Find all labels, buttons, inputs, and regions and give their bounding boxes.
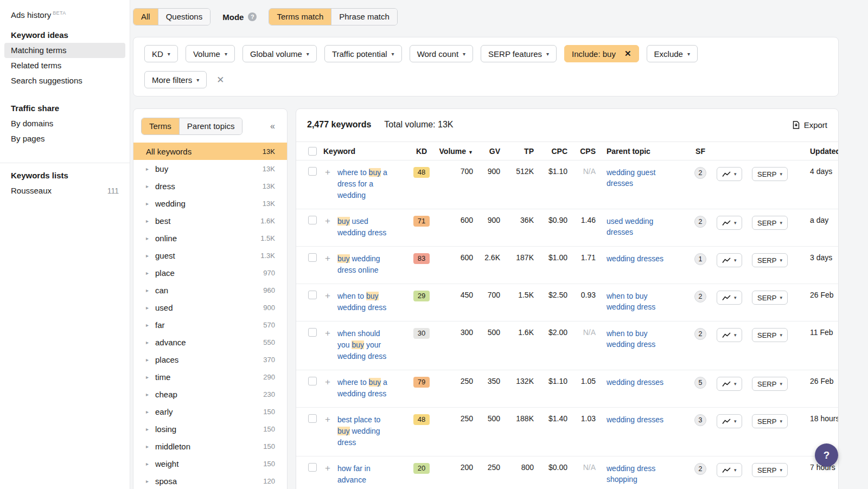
terms-list-item-online[interactable]: ▸online1.5K <box>133 229 287 247</box>
keyword-link[interactable]: buy wedding dress online <box>337 253 392 276</box>
sidebar-item-by-domains[interactable]: By domains <box>4 116 125 131</box>
terms-list-item-dress[interactable]: ▸dress13K <box>133 177 287 195</box>
add-keyword-icon[interactable]: + <box>323 291 332 301</box>
add-keyword-icon[interactable]: + <box>323 328 332 338</box>
row-checkbox[interactable] <box>308 463 317 472</box>
row-checkbox[interactable] <box>308 167 317 176</box>
serp-button[interactable]: SERP▾ <box>752 377 788 391</box>
chevron-right-icon[interactable]: ▸ <box>146 287 150 293</box>
select-all-checkbox[interactable] <box>308 147 317 156</box>
filter-serp-features-dropdown[interactable]: SERP features ▾ <box>481 45 557 62</box>
chevron-right-icon[interactable]: ▸ <box>146 339 150 345</box>
filter-include-chip[interactable]: Include: buy ✕ <box>564 45 639 62</box>
terms-list-item-far[interactable]: ▸far570 <box>133 316 287 333</box>
terms-list-item-losing[interactable]: ▸losing150 <box>133 420 287 437</box>
chevron-right-icon[interactable]: ▸ <box>146 426 150 432</box>
row-checkbox[interactable] <box>308 253 317 262</box>
parent-topic-link[interactable]: wedding dresses <box>607 414 663 425</box>
filter-exclude-dropdown[interactable]: Exclude ▾ <box>647 45 698 62</box>
terms-list-item-buy[interactable]: ▸buy13K <box>133 160 287 177</box>
chevron-right-icon[interactable]: ▸ <box>146 322 150 328</box>
clear-filters-icon[interactable]: ✕ <box>216 74 224 86</box>
chevron-right-icon[interactable]: ▸ <box>146 374 150 380</box>
terms-list-item-wedding[interactable]: ▸wedding13K <box>133 195 287 212</box>
sidebar-item-ads-history[interactable]: Ads historyBETA <box>4 5 125 21</box>
column-header-volume[interactable]: Volume▼ <box>433 147 478 156</box>
column-header-keyword[interactable]: Keyword <box>319 147 410 156</box>
column-header-gv[interactable]: GV <box>478 147 506 156</box>
terms-list-item-places[interactable]: ▸places370 <box>133 351 287 368</box>
keyword-link[interactable]: where to buy a dress for a wedding <box>337 167 392 201</box>
parent-topic-link[interactable]: wedding dresses <box>607 377 663 388</box>
row-checkbox[interactable] <box>308 414 317 423</box>
serp-button[interactable]: SERP▾ <box>752 291 788 305</box>
parent-topic-link[interactable]: wedding dress shopping <box>607 463 671 485</box>
terms-list-item-early[interactable]: ▸early150 <box>133 403 287 420</box>
position-history-button[interactable]: ▾ <box>717 377 742 391</box>
terms-list-item-sposa[interactable]: ▸sposa120 <box>133 472 287 489</box>
terms-list-item-middleton[interactable]: ▸middleton150 <box>133 437 287 455</box>
tab-terms[interactable]: Terms <box>142 118 179 134</box>
parent-topic-link[interactable]: wedding dresses <box>607 253 663 264</box>
keyword-link[interactable]: best place to buy wedding dress <box>337 414 392 448</box>
parent-topic-link[interactable]: used wedding dresses <box>607 216 671 237</box>
tab-phrase-match[interactable]: Phrase match <box>331 9 397 25</box>
chevron-right-icon[interactable]: ▸ <box>146 357 150 363</box>
sidebar-item-search-suggestions[interactable]: Search suggestions <box>4 73 125 88</box>
column-header-updated[interactable]: Updated <box>802 147 839 156</box>
chevron-right-icon[interactable]: ▸ <box>146 201 150 207</box>
filter-global-volume-dropdown[interactable]: Global volume ▾ <box>242 45 317 62</box>
filter-kd-dropdown[interactable]: KD ▾ <box>144 45 178 62</box>
filter-volume-dropdown[interactable]: Volume ▾ <box>186 45 235 62</box>
export-button[interactable]: Export <box>793 120 827 130</box>
chevron-right-icon[interactable]: ▸ <box>146 218 150 224</box>
chevron-right-icon[interactable]: ▸ <box>146 183 150 189</box>
serp-button[interactable]: SERP▾ <box>752 216 788 230</box>
position-history-button[interactable]: ▾ <box>717 253 742 267</box>
chevron-right-icon[interactable]: ▸ <box>146 391 150 397</box>
column-header-parent-topic[interactable]: Parent topic <box>601 147 688 156</box>
row-checkbox[interactable] <box>308 216 317 224</box>
add-keyword-icon[interactable]: + <box>323 377 332 387</box>
help-button[interactable]: ? <box>815 443 838 467</box>
chevron-right-icon[interactable]: ▸ <box>146 305 150 311</box>
add-keyword-icon[interactable]: + <box>323 216 332 226</box>
sidebar-item-related-terms[interactable]: Related terms <box>4 58 125 73</box>
keyword-link[interactable]: where to buy a wedding dress <box>337 377 392 400</box>
column-header-tp[interactable]: TP <box>506 147 539 156</box>
chevron-right-icon[interactable]: ▸ <box>146 270 150 276</box>
add-keyword-icon[interactable]: + <box>323 414 332 424</box>
add-keyword-icon[interactable]: + <box>323 463 332 473</box>
sidebar-item-matching-terms[interactable]: Matching terms <box>4 43 125 58</box>
terms-list-item-used[interactable]: ▸used900 <box>133 299 287 316</box>
keyword-link[interactable]: when should you buy your wedding dress <box>337 328 392 362</box>
add-keyword-icon[interactable]: + <box>323 167 332 177</box>
terms-list-item-cheap[interactable]: ▸cheap230 <box>133 385 287 403</box>
filter-traffic-potential-dropdown[interactable]: Traffic potential ▾ <box>324 45 402 62</box>
chevron-right-icon[interactable]: ▸ <box>146 253 150 259</box>
position-history-button[interactable]: ▾ <box>717 463 742 477</box>
tab-terms-match[interactable]: Terms match <box>269 9 331 25</box>
terms-list-item-time[interactable]: ▸time290 <box>133 368 287 385</box>
column-header-sf[interactable]: SF <box>688 147 713 156</box>
tab-questions[interactable]: Questions <box>158 9 210 25</box>
column-header-cps[interactable]: CPS <box>573 147 601 156</box>
keyword-link[interactable]: how far in advance <box>337 463 392 486</box>
chevron-right-icon[interactable]: ▸ <box>146 235 150 241</box>
row-checkbox[interactable] <box>308 328 317 337</box>
serp-button[interactable]: SERP▾ <box>752 167 788 181</box>
serp-button[interactable]: SERP▾ <box>752 328 788 342</box>
column-header-kd[interactable]: KD <box>410 147 433 156</box>
chevron-right-icon[interactable]: ▸ <box>146 409 150 415</box>
row-checkbox[interactable] <box>308 377 317 385</box>
sidebar-item-rousseaux[interactable]: Rousseaux 111 <box>4 183 125 198</box>
parent-topic-link[interactable]: when to buy wedding dress <box>607 328 671 350</box>
position-history-button[interactable]: ▾ <box>717 167 742 181</box>
tab-parent-topics[interactable]: Parent topics <box>179 118 242 134</box>
terms-list-item-weight[interactable]: ▸weight150 <box>133 455 287 472</box>
terms-list-item-best[interactable]: ▸best1.6K <box>133 212 287 229</box>
terms-list-item-all-keywords[interactable]: All keywords13K <box>133 143 287 160</box>
position-history-button[interactable]: ▾ <box>717 414 742 428</box>
add-keyword-icon[interactable]: + <box>323 253 332 263</box>
serp-button[interactable]: SERP▾ <box>752 463 788 477</box>
